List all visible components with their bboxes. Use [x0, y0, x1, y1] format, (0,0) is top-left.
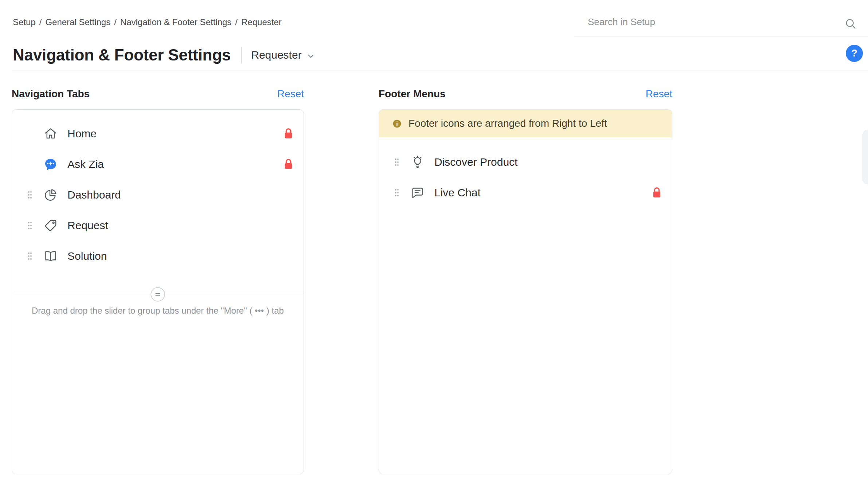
right-edge-flyout[interactable]	[863, 130, 868, 184]
help-button[interactable]: ?	[846, 45, 863, 62]
lock-icon	[284, 158, 293, 170]
solution-icon	[43, 249, 58, 263]
breadcrumb-item: Requester	[241, 17, 282, 27]
nav-tabs-reset-button[interactable]: Reset	[277, 88, 304, 100]
drag-handle[interactable]	[391, 157, 402, 167]
item-label: Request	[67, 219, 108, 232]
search-input[interactable]	[587, 16, 820, 28]
item-label: Solution	[67, 250, 107, 262]
breadcrumb-item[interactable]: General Settings	[45, 17, 110, 27]
list-item[interactable]: Solution	[12, 241, 304, 271]
list-item[interactable]: Live Chat	[379, 177, 672, 208]
lock-icon	[652, 187, 662, 199]
breadcrumb-item[interactable]: Setup	[13, 17, 36, 27]
dashboard-icon	[43, 188, 58, 202]
title-separator	[241, 47, 242, 63]
list-item[interactable]: Home	[12, 118, 304, 149]
slider-handle[interactable]	[150, 287, 165, 302]
breadcrumb-separator: /	[235, 17, 238, 27]
home-icon	[43, 126, 58, 141]
list-item[interactable]: Request	[12, 210, 304, 241]
list-item[interactable]: Dashboard	[12, 180, 304, 210]
info-icon	[392, 119, 402, 129]
setup-search	[575, 12, 868, 36]
nav-tabs-card: HomeAsk ZiaDashboardRequestSolution Drag…	[12, 109, 304, 474]
nav-tabs-title: Navigation Tabs	[12, 88, 90, 100]
drag-handle[interactable]	[24, 251, 35, 261]
search-icon[interactable]	[844, 17, 857, 30]
footer-menus-reset-button[interactable]: Reset	[646, 88, 672, 100]
drag-handle[interactable]	[24, 190, 35, 200]
scope-dropdown[interactable]: Requester	[251, 49, 315, 61]
item-label: Dashboard	[67, 189, 121, 201]
nav-tabs-header: Navigation Tabs Reset	[12, 87, 304, 101]
item-label: Ask Zia	[67, 158, 104, 170]
breadcrumb-item[interactable]: Navigation & Footer Settings	[120, 17, 232, 27]
banner-text: Footer icons are arranged from Right to …	[408, 118, 607, 129]
title-row: Navigation & Footer Settings Requester	[13, 46, 316, 64]
breadcrumb: Setup/General Settings/Navigation & Foot…	[13, 17, 282, 27]
footer-menus-section: Footer Menus Reset Footer icons are arra…	[379, 87, 672, 474]
footer-menus-title: Footer Menus	[379, 88, 446, 100]
nav-tabs-list: HomeAsk ZiaDashboardRequestSolution	[12, 110, 304, 271]
footer-menus-card: Footer icons are arranged from Right to …	[379, 109, 672, 474]
header-divider	[12, 71, 868, 71]
item-label: Discover Product	[434, 156, 517, 168]
slider-hint: Drag and drop the slider to group tabs u…	[12, 306, 304, 316]
footer-menus-list: Discover ProductLive Chat	[379, 137, 672, 208]
live-chat-icon	[410, 185, 425, 200]
breadcrumb-separator: /	[114, 17, 117, 27]
footer-menus-header: Footer Menus Reset	[379, 87, 672, 101]
discover-product-icon	[410, 155, 425, 169]
more-tab-slider	[12, 294, 304, 294]
chevron-down-icon	[306, 50, 316, 61]
lock-icon	[284, 128, 293, 140]
page-title: Navigation & Footer Settings	[13, 46, 231, 64]
ask-zia-icon	[43, 157, 58, 172]
item-label: Home	[67, 128, 97, 140]
drag-handle[interactable]	[391, 188, 402, 197]
list-item[interactable]: Ask Zia	[12, 149, 304, 180]
list-item[interactable]: Discover Product	[379, 147, 672, 177]
breadcrumb-separator: /	[39, 17, 42, 27]
request-icon	[43, 218, 58, 233]
scope-label: Requester	[251, 49, 301, 61]
footer-banner: Footer icons are arranged from Right to …	[379, 110, 672, 137]
item-label: Live Chat	[434, 187, 481, 199]
navigation-tabs-section: Navigation Tabs Reset HomeAsk ZiaDashboa…	[12, 87, 304, 474]
drag-handle[interactable]	[24, 221, 35, 230]
